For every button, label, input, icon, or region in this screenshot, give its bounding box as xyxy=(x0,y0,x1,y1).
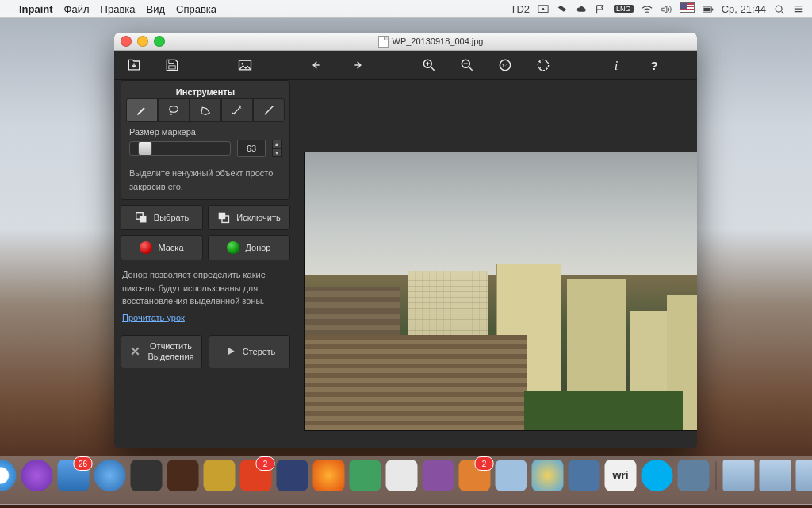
dock-folder-a-icon[interactable] xyxy=(723,460,755,491)
select-exclude-row: Выбрать Исключить xyxy=(121,205,290,230)
svg-rect-4 xyxy=(703,8,710,11)
tray-dropbox-icon[interactable] xyxy=(557,2,568,15)
marker-size-value[interactable]: 63 xyxy=(237,140,266,157)
dock-photos-icon[interactable] xyxy=(532,460,564,491)
tray-flag-icon[interactable] xyxy=(595,2,606,15)
select-button[interactable]: Выбрать xyxy=(121,205,203,230)
wand-tool-button[interactable] xyxy=(221,98,253,122)
svg-text:i: i xyxy=(615,58,619,73)
info-button[interactable]: i xyxy=(607,56,625,74)
menu-file[interactable]: Файл xyxy=(64,3,90,15)
mask-color-icon xyxy=(140,241,152,254)
dock-app2-icon[interactable] xyxy=(204,460,236,491)
window-close-button[interactable] xyxy=(121,36,132,47)
erase-label: Стереть xyxy=(243,347,276,356)
open-file-button[interactable] xyxy=(125,56,143,74)
app-name[interactable]: Inpaint xyxy=(19,3,53,15)
window-zoom-button[interactable] xyxy=(154,36,165,47)
image-preview[interactable] xyxy=(304,152,697,431)
tray-td-icon[interactable]: TD2 xyxy=(511,3,530,15)
dock: 26 2 2 wri xyxy=(0,456,812,505)
dock-vk-icon[interactable] xyxy=(569,460,600,491)
svg-rect-19 xyxy=(140,215,147,222)
lasso-tool-button[interactable] xyxy=(158,98,190,122)
tray-spotlight-icon[interactable] xyxy=(774,2,785,15)
donor-button[interactable]: Донор xyxy=(208,235,290,260)
undo-button[interactable] xyxy=(309,56,327,74)
tools-title: Инструменты xyxy=(129,87,282,97)
dock-app3-icon[interactable] xyxy=(277,460,308,491)
tray-display-icon[interactable] xyxy=(538,2,549,15)
tray-lang-icon[interactable]: LNG xyxy=(614,5,634,13)
dock-appstore-icon[interactable] xyxy=(94,460,126,491)
tools-panel: Инструменты Размер маркера 63 ▲▼ Выделит… xyxy=(121,80,290,200)
window-title: WP_20130918_004.jpg xyxy=(393,37,484,46)
dock-folder-c-icon[interactable] xyxy=(796,460,813,491)
window-minimize-button[interactable] xyxy=(137,36,148,47)
dock-app1-icon[interactable] xyxy=(167,460,199,491)
marker-size-stepper[interactable]: ▲▼ xyxy=(272,140,282,157)
donor-description: Донор позволяет определить какие пикселы… xyxy=(122,268,289,308)
mask-button[interactable]: Маска xyxy=(121,235,203,260)
dock-evernote-icon[interactable] xyxy=(350,460,381,491)
books-badge: 2 xyxy=(475,456,494,471)
tray-volume-icon[interactable] xyxy=(661,2,672,15)
menu-help[interactable]: Справка xyxy=(176,3,216,15)
line-tool-button[interactable] xyxy=(253,98,285,122)
dock-folder-b-icon[interactable] xyxy=(760,460,791,491)
svg-text:1:1: 1:1 xyxy=(502,64,508,68)
dock-folder1-icon[interactable] xyxy=(496,460,527,491)
clear-selection-button[interactable]: ОтчиститьВыделения xyxy=(121,335,202,368)
zoom-in-button[interactable] xyxy=(420,56,438,74)
menu-edit[interactable]: Правка xyxy=(101,3,136,15)
titlebar[interactable]: WP_20130918_004.jpg xyxy=(114,33,697,51)
exclude-button[interactable]: Исключить xyxy=(208,205,290,230)
dock-app4-icon[interactable] xyxy=(386,460,418,491)
svg-text:?: ? xyxy=(650,59,657,72)
dock-mail-icon[interactable]: 26 xyxy=(58,460,90,491)
zoom-actual-button[interactable]: 1:1 xyxy=(496,56,514,74)
tray-battery-icon[interactable] xyxy=(703,2,714,15)
svg-point-5 xyxy=(776,6,782,12)
dock-app5-icon[interactable] xyxy=(423,460,454,491)
svg-point-17 xyxy=(170,106,178,113)
save-button[interactable] xyxy=(163,56,181,74)
document-icon xyxy=(378,36,389,48)
dock-calculator-icon[interactable] xyxy=(131,460,163,491)
dock-todoist-icon[interactable]: 2 xyxy=(240,460,272,491)
dock-books-icon[interactable]: 2 xyxy=(459,460,491,491)
svg-rect-3 xyxy=(712,8,713,10)
tray-input-flag[interactable] xyxy=(680,2,695,15)
marker-tool-button[interactable] xyxy=(126,98,158,122)
dock-flame-icon[interactable] xyxy=(313,460,345,491)
donor-color-icon xyxy=(227,241,239,254)
exclude-label: Исключить xyxy=(236,213,280,222)
marker-size-slider[interactable] xyxy=(129,141,231,156)
sidebar: Инструменты Размер маркера 63 ▲▼ Выделит… xyxy=(114,80,297,448)
zoom-out-button[interactable] xyxy=(458,56,476,74)
tutorial-link[interactable]: Прочитать урок xyxy=(122,313,185,322)
dock-safari-icon[interactable] xyxy=(0,460,17,491)
redo-button[interactable] xyxy=(347,56,365,74)
help-button[interactable]: ? xyxy=(645,56,663,74)
dock-writer-icon[interactable]: wri xyxy=(605,460,637,491)
zoom-fit-button[interactable] xyxy=(534,56,552,74)
menu-view[interactable]: Вид xyxy=(147,3,166,15)
tray-clock[interactable]: Ср, 21:44 xyxy=(722,3,766,15)
tray-notifications-icon[interactable] xyxy=(793,2,804,15)
canvas-area[interactable] xyxy=(297,80,697,448)
dock-misc-icon[interactable] xyxy=(678,460,710,491)
macos-menubar: Inpaint Файл Правка Вид Справка TD2 LNG … xyxy=(0,0,812,18)
dock-itunes-icon[interactable] xyxy=(21,460,53,491)
polygon-tool-button[interactable] xyxy=(190,98,221,122)
tray-cloud-icon[interactable] xyxy=(576,2,587,15)
svg-rect-7 xyxy=(169,66,175,69)
erase-button[interactable]: Стереть xyxy=(209,335,290,368)
image-button[interactable] xyxy=(236,56,254,74)
dock-skype-icon[interactable] xyxy=(642,460,673,491)
tray-wifi-icon[interactable] xyxy=(642,2,653,15)
marker-size-label: Размер маркера xyxy=(129,127,282,137)
donor-label: Донор xyxy=(245,243,270,252)
svg-point-1 xyxy=(542,8,544,10)
mail-badge: 26 xyxy=(74,456,93,471)
